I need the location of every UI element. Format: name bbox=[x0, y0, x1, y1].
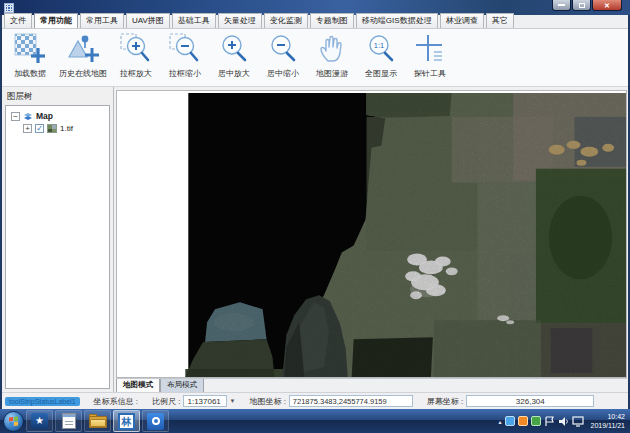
folder-icon bbox=[89, 414, 107, 428]
taskbar-app-forestry-gis[interactable]: 林 bbox=[113, 410, 140, 432]
full-extent-button[interactable]: 1:1 全图显示 bbox=[357, 31, 405, 80]
full-extent-icon: 1:1 bbox=[364, 32, 398, 66]
svg-text:1:1: 1:1 bbox=[374, 41, 384, 50]
screen-coord-value: 326,304 bbox=[466, 395, 594, 407]
close-button[interactable]: ✕ bbox=[592, 0, 622, 11]
application-window: 文件 常用功能 常用工具 UAV拼图 基础工具 矢量处理 变化监测 专题制图 移… bbox=[2, 15, 628, 409]
taskbar-clock[interactable]: 10:42 2019/11/21 bbox=[590, 412, 625, 431]
map-mode-tab-bar: 地图模式 布局模式 bbox=[116, 378, 627, 392]
tree-node-layer[interactable]: + ✓ 1.tif bbox=[23, 124, 109, 133]
history-online-map-icon bbox=[66, 32, 100, 66]
status-bar: toolStripStatusLabel1 坐标系信息 : 比例尺 : 1:13… bbox=[2, 392, 628, 409]
start-button[interactable] bbox=[3, 411, 24, 432]
action-center-flag-icon[interactable] bbox=[544, 416, 555, 427]
toolbar-button-label: 加载数据 bbox=[14, 68, 46, 79]
toolbar-button-label: 居中缩小 bbox=[267, 68, 299, 79]
volume-icon[interactable] bbox=[558, 416, 569, 427]
taskbar-app-explorer[interactable] bbox=[84, 410, 111, 432]
probe-tool-icon bbox=[413, 32, 447, 66]
box-zoom-in-button[interactable]: 拉框放大 bbox=[112, 31, 160, 80]
layer-visibility-checkbox[interactable]: ✓ bbox=[35, 124, 44, 133]
probe-tool-button[interactable]: 探针工具 bbox=[406, 31, 454, 80]
maximize-button[interactable] bbox=[572, 0, 591, 11]
tree-node-label: 1.tif bbox=[60, 124, 73, 133]
minimize-button[interactable] bbox=[552, 0, 571, 11]
tray-orange-app-icon[interactable] bbox=[518, 416, 528, 426]
map-pan-icon bbox=[315, 32, 349, 66]
windows-taskbar: ★ 林 ▴ 10:42 2019/11/21 bbox=[0, 409, 630, 433]
toolbar: 加载数据 历史在线地图 拉框放大 bbox=[2, 29, 628, 87]
menu-tab-common-tools[interactable]: 常用工具 bbox=[80, 13, 124, 28]
star-app-icon: ★ bbox=[31, 413, 48, 429]
taskbar-app-o[interactable] bbox=[142, 410, 169, 432]
tray-blue-app-icon[interactable] bbox=[505, 416, 515, 426]
screen-coord-label: 屏幕坐标 : bbox=[427, 396, 463, 407]
clock-time: 10:42 bbox=[590, 412, 625, 421]
ribbon-tab-bar: 文件 常用功能 常用工具 UAV拼图 基础工具 矢量处理 变化监测 专题制图 移… bbox=[2, 15, 628, 29]
map-coord-label: 地图坐标 : bbox=[249, 396, 285, 407]
menu-tab-other[interactable]: 其它 bbox=[486, 13, 514, 28]
center-zoom-out-button[interactable]: 居中缩小 bbox=[259, 31, 307, 80]
scale-label: 比例尺 : bbox=[152, 396, 180, 407]
o-app-icon bbox=[147, 413, 164, 430]
map-view: 地图模式 布局模式 bbox=[115, 87, 628, 392]
tab-map-mode[interactable]: 地图模式 bbox=[116, 379, 160, 393]
clock-date: 2019/11/21 bbox=[590, 421, 625, 430]
load-data-button[interactable]: 加载数据 bbox=[6, 31, 54, 80]
menu-tab-file[interactable]: 文件 bbox=[4, 13, 32, 28]
forestry-gis-app-icon: 林 bbox=[118, 413, 135, 430]
system-tray: ▴ 10:42 2019/11/21 bbox=[498, 409, 627, 433]
tree-node-map[interactable]: − Map bbox=[11, 111, 109, 121]
windows-logo-icon bbox=[9, 416, 18, 426]
taskbar-app-star[interactable]: ★ bbox=[26, 410, 53, 432]
scale-dropdown-icon[interactable]: ▼ bbox=[229, 398, 235, 404]
network-icon[interactable] bbox=[572, 416, 584, 427]
status-label: toolStripStatusLabel1 bbox=[5, 397, 80, 406]
raster-layer-icon bbox=[47, 124, 57, 133]
box-zoom-out-button[interactable]: 拉框缩小 bbox=[161, 31, 209, 80]
map-pan-button[interactable]: 地图漫游 bbox=[308, 31, 356, 80]
layer-tree: − Map + ✓ 1.tif bbox=[5, 105, 110, 389]
toolbar-button-label: 全图显示 bbox=[365, 68, 397, 79]
toolbar-button-label: 拉框缩小 bbox=[169, 68, 201, 79]
expand-icon[interactable]: + bbox=[23, 124, 32, 133]
satellite-raster bbox=[117, 91, 626, 377]
box-zoom-in-icon bbox=[119, 32, 153, 66]
collapse-icon[interactable]: − bbox=[11, 112, 20, 121]
load-data-icon bbox=[13, 32, 47, 66]
map-layers-icon bbox=[23, 112, 33, 121]
app-window-icon bbox=[4, 3, 14, 13]
tree-node-label: Map bbox=[36, 111, 53, 121]
menu-tab-basic-tools[interactable]: 基础工具 bbox=[172, 13, 216, 28]
menu-tab-forestry-survey[interactable]: 林业调查 bbox=[440, 13, 484, 28]
menu-tab-change-detection[interactable]: 变化监测 bbox=[264, 13, 308, 28]
menu-tab-mobile-gis-processing[interactable]: 移动端GIS数据处理 bbox=[356, 13, 438, 28]
taskbar-app-notepad[interactable] bbox=[55, 410, 82, 432]
toolbar-button-label: 历史在线地图 bbox=[59, 68, 107, 79]
coord-system-label: 坐标系信息 : bbox=[94, 396, 138, 407]
toolbar-button-label: 拉框放大 bbox=[120, 68, 152, 79]
tray-green-app-icon[interactable] bbox=[531, 416, 541, 426]
scale-input[interactable]: 1:137061 bbox=[183, 395, 227, 407]
map-coord-value: 721875.3483,2455774.9159 bbox=[289, 395, 413, 407]
center-zoom-in-button[interactable]: 居中放大 bbox=[210, 31, 258, 80]
toolbar-button-label: 地图漫游 bbox=[316, 68, 348, 79]
tab-layout-mode[interactable]: 布局模式 bbox=[160, 379, 204, 393]
menu-tab-uav-mosaic[interactable]: UAV拼图 bbox=[126, 13, 170, 28]
center-zoom-in-icon bbox=[217, 32, 251, 66]
box-zoom-out-icon bbox=[168, 32, 202, 66]
menu-tab-thematic-mapping[interactable]: 专题制图 bbox=[310, 13, 354, 28]
show-hidden-icons-button[interactable]: ▴ bbox=[498, 418, 501, 425]
menu-tab-vector-processing[interactable]: 矢量处理 bbox=[218, 13, 262, 28]
center-zoom-out-icon bbox=[266, 32, 300, 66]
map-canvas[interactable] bbox=[116, 90, 627, 378]
close-icon: ✕ bbox=[604, 2, 610, 9]
layer-panel-title: 图层树 bbox=[2, 87, 113, 106]
notepad-icon bbox=[62, 413, 76, 429]
layer-tree-panel: 图层树 − Map + ✓ 1.tif bbox=[2, 87, 114, 392]
history-online-map-button[interactable]: 历史在线地图 bbox=[55, 31, 111, 80]
toolbar-button-label: 探针工具 bbox=[414, 68, 446, 79]
main-area: 图层树 − Map + ✓ 1.tif bbox=[2, 87, 628, 392]
menu-tab-common-functions[interactable]: 常用功能 bbox=[34, 13, 78, 28]
toolbar-button-label: 居中放大 bbox=[218, 68, 250, 79]
